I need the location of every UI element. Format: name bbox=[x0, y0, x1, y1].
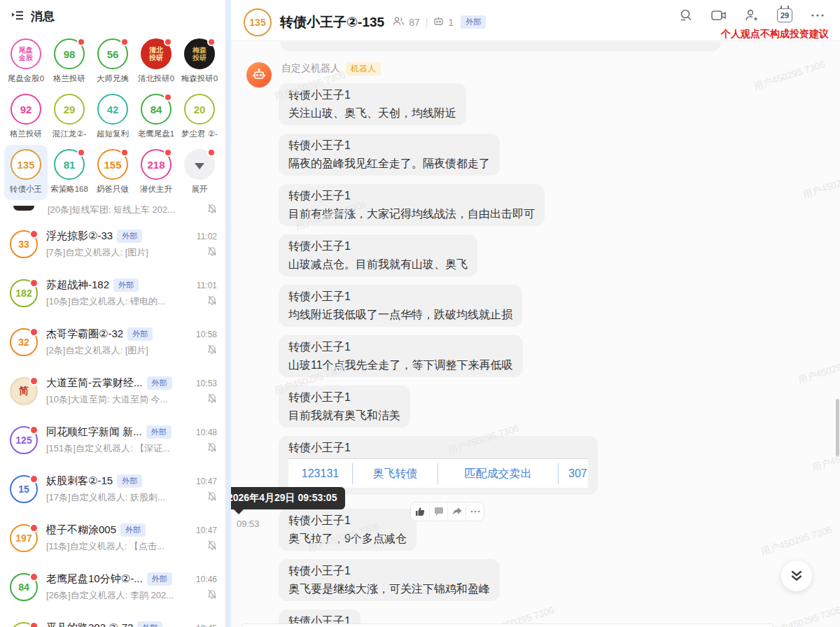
robot-icon bbox=[433, 16, 444, 28]
group-item[interactable]: 155 奶爸只做 bbox=[91, 145, 134, 200]
message-bubble: 转债小王子1隔夜的盈峰我见红全走了。隔夜债都走了 bbox=[279, 134, 500, 176]
unread-dot bbox=[29, 474, 38, 484]
pinned-groups-grid: 尾盘 金股 尾盘金股0 98 格兰投研 56 大师兄擒 清北 投研 清北投研0 … bbox=[0, 29, 225, 202]
chat-preview: [10条]大道至简: 大道至简 今... bbox=[46, 393, 202, 406]
group-item[interactable]: 29 混江龙②- bbox=[48, 90, 91, 145]
chat-header: 135 转债小王子②-135 87 | 1 外部 29 个人观点不构成投资建议 bbox=[231, 0, 840, 41]
sidebar: 消息 尾盘 金股 尾盘金股0 98 格兰投研 56 大师兄擒 清北 投研 清北投… bbox=[0, 0, 225, 627]
add-member-icon[interactable] bbox=[745, 9, 759, 22]
chat-time: 10:47 bbox=[192, 526, 217, 535]
group-item[interactable]: 清北 投研 清北投研0 bbox=[134, 34, 178, 90]
message-bubble-with-table: 转债小王子1 123131 奥飞转债 匹配成交卖出 307.90 bbox=[279, 436, 598, 495]
chat-list-item[interactable]: 182 苏超战神-182外部11:01 [10条]自定义机器人: 锂电的... bbox=[0, 269, 225, 318]
chat-list: [20条]短线军团: 短线上车 202... 33 浮光掠影②-33外部11:0… bbox=[0, 202, 225, 627]
group-item[interactable]: 梅森 投研 梅森投研0 bbox=[178, 34, 221, 90]
forward-icon[interactable] bbox=[447, 502, 465, 521]
chat-scrollbar[interactable] bbox=[836, 399, 839, 456]
group-item[interactable]: 42 超短复利 bbox=[91, 90, 134, 145]
unread-dot bbox=[120, 148, 129, 157]
sidebar-header: 消息 bbox=[0, 0, 225, 29]
robot-tag: 机器人 bbox=[346, 62, 381, 76]
calendar-icon[interactable]: 29 bbox=[777, 8, 792, 22]
group-item[interactable]: 81 索策略168 bbox=[48, 145, 91, 200]
chat-list-item[interactable]: 15 妖股刺客②-15外部10:47 [17条]自定义机器人: 妖股刺... bbox=[0, 465, 225, 514]
group-item[interactable]: 84 老鹰尾盘1 bbox=[134, 90, 178, 145]
chat-title: 苏超战神-182 bbox=[46, 279, 109, 292]
group-item[interactable]: 56 大师兄擒 bbox=[91, 34, 134, 90]
unread-dot bbox=[29, 327, 38, 337]
video-call-icon[interactable] bbox=[711, 10, 727, 21]
message-bubble: 转债小王子1关注山玻、奥飞、天创，均线附近 bbox=[279, 83, 466, 125]
chat-title: 妖股刺客②-15 bbox=[46, 474, 113, 488]
group-item[interactable]: 20 梦尘君 ②- bbox=[178, 90, 221, 145]
member-count[interactable]: 87 bbox=[409, 17, 420, 28]
mute-icon bbox=[207, 540, 217, 553]
chat-time: 11:02 bbox=[192, 232, 217, 241]
chat-list-item[interactable]: 197 橙子不糊涂005外部10:47 [11条]自定义机器人: 【点击... bbox=[0, 514, 225, 563]
unread-dot bbox=[29, 279, 38, 288]
message-hover-toolbar bbox=[410, 502, 484, 521]
unread-dot bbox=[120, 38, 129, 46]
more-actions-icon[interactable] bbox=[465, 502, 484, 521]
chat-list-item[interactable]: 32 杰哥学霸圈②-32外部10:58 [2条]自定义机器人: [图片] bbox=[0, 318, 225, 367]
app-window: 消息 尾盘 金股 尾盘金股0 98 格兰投研 56 大师兄擒 清北 投研 清北投… bbox=[0, 0, 840, 627]
chat-title: 杰哥学霸圈②-32 bbox=[46, 327, 123, 341]
chat-panel: 135 转债小王子②-135 87 | 1 外部 29 个人观点不构成投资建议 … bbox=[231, 0, 840, 627]
chat-preview: [26条]自定义机器人: 李鹃 202... bbox=[46, 589, 202, 602]
trade-table-image[interactable]: 123131 奥飞转债 匹配成交卖出 307.90 bbox=[288, 458, 588, 488]
external-badge: 外部 bbox=[120, 523, 146, 537]
chat-list-item[interactable]: 简 大道至简-云掌财经...外部10:53 [10条]大道至简: 大道至简 今.… bbox=[0, 367, 225, 416]
message-time: 09:53 bbox=[237, 519, 260, 529]
message-bubble: 转债小王子1奥飞要是继续大涨，可关注下锦鸡和盈峰 bbox=[279, 559, 500, 601]
group-avatar: 135 bbox=[244, 8, 272, 36]
chat-time: 10:46 bbox=[192, 575, 217, 584]
chat-time: 10:45 bbox=[192, 624, 217, 627]
unread-dot bbox=[164, 148, 172, 157]
unread-dot bbox=[29, 621, 38, 627]
panel-divider[interactable] bbox=[225, 0, 231, 627]
chat-list-item[interactable]: 72 平凡的路303 ②-72外部10:45 [163条]自定义机器人: [图片… bbox=[0, 612, 225, 627]
group-item[interactable]: 尾盘 金股 尾盘金股0 bbox=[4, 34, 48, 90]
mute-icon bbox=[207, 246, 217, 259]
group-item[interactable]: 92 格兰投研 bbox=[4, 90, 48, 145]
like-icon[interactable] bbox=[411, 502, 429, 521]
robot-count[interactable]: 1 bbox=[448, 17, 454, 28]
group-item-selected[interactable]: 135 转债小王 bbox=[4, 145, 48, 200]
external-badge: 外部 bbox=[117, 230, 142, 243]
mute-icon bbox=[207, 344, 217, 357]
members-icon bbox=[393, 16, 405, 28]
message-bubble: 转债小王子1山玻减点仓。目前我就有山玻、奥飞 bbox=[279, 234, 477, 276]
bot-message-group: 自定义机器人 机器人 转债小王子1关注山玻、奥飞、天创，均线附近 转债小王子1隔… bbox=[246, 62, 818, 627]
group-item[interactable]: 98 格兰投研 bbox=[48, 34, 91, 90]
chat-list-item[interactable]: 125 同花顺红字新闻 新...外部10:48 [151条]自定义机器人: 【深… bbox=[0, 416, 225, 465]
disclaimer-text: 个人观点不构成投资建议 bbox=[721, 28, 829, 41]
chat-list-item[interactable]: 84 老鹰尾盘10分钟②-...外部10:46 [26条]自定义机器人: 李鹃 … bbox=[0, 563, 225, 612]
avatar bbox=[13, 206, 34, 211]
more-icon[interactable] bbox=[811, 13, 825, 17]
mute-icon bbox=[207, 442, 217, 455]
scroll-to-bottom-button[interactable] bbox=[781, 561, 812, 591]
sender-name: 自定义机器人 bbox=[281, 62, 340, 75]
chat-title: 大道至简-云掌财经... bbox=[46, 376, 143, 390]
comment-icon[interactable] bbox=[429, 502, 447, 521]
search-icon[interactable] bbox=[679, 8, 693, 22]
bot-avatar[interactable] bbox=[246, 62, 272, 87]
collapse-panel-icon[interactable] bbox=[11, 10, 24, 24]
chat-preview: [10条]自定义机器人: 锂电的... bbox=[46, 295, 202, 308]
message-input-edge[interactable] bbox=[241, 624, 774, 627]
group-item[interactable]: 218 潜伏主升 bbox=[134, 145, 178, 200]
external-badge: 外部 bbox=[127, 327, 153, 341]
mute-icon bbox=[207, 295, 217, 308]
chevron-down-icon bbox=[195, 163, 204, 169]
mute-icon bbox=[207, 204, 217, 216]
chat-list-item[interactable]: 33 浮光掠影②-33外部11:02 [7条]自定义机器人: [图片] bbox=[0, 220, 225, 269]
expand-groups-button[interactable]: 展开 bbox=[178, 145, 221, 200]
unread-dot bbox=[29, 425, 38, 435]
unread-dot bbox=[77, 148, 85, 157]
message-bubble: 转债小王子1山玻11个点我先全走了，等下调整下来再低吸 bbox=[279, 335, 523, 377]
chat-list-item-partial[interactable]: [20条]短线军团: 短线上车 202... bbox=[0, 203, 225, 220]
unread-dot bbox=[164, 93, 172, 101]
mute-icon bbox=[207, 491, 217, 504]
group-title: 转债小王子②-135 bbox=[280, 13, 384, 31]
timestamp-tooltip: 2026年4月29日 09:53:05 bbox=[231, 487, 345, 509]
